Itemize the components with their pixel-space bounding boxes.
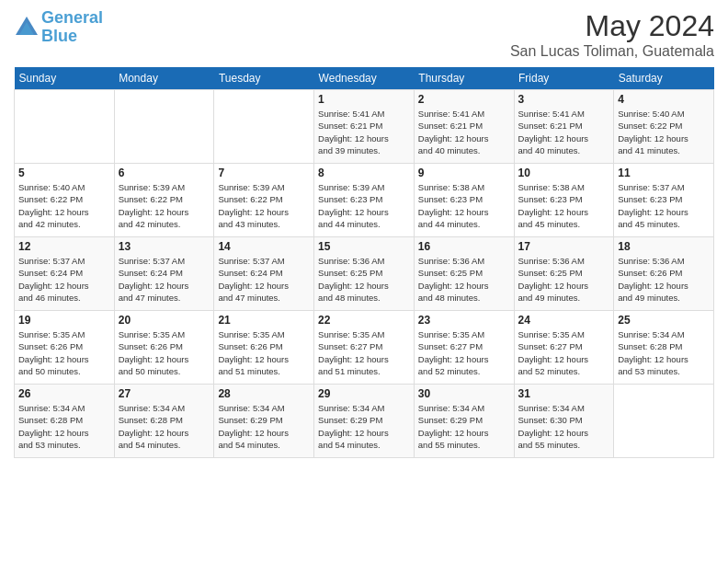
- day-detail: Sunrise: 5:35 AM Sunset: 6:26 PM Dayligh…: [119, 328, 210, 377]
- day-number: 1: [318, 93, 410, 106]
- day-header-sunday: Sunday: [15, 67, 115, 90]
- day-detail: Sunrise: 5:34 AM Sunset: 6:29 PM Dayligh…: [218, 402, 310, 451]
- day-detail: Sunrise: 5:37 AM Sunset: 6:24 PM Dayligh…: [218, 255, 310, 304]
- week-row-3: 12Sunrise: 5:37 AM Sunset: 6:24 PM Dayli…: [15, 237, 714, 311]
- calendar-cell: 29Sunrise: 5:34 AM Sunset: 6:29 PM Dayli…: [314, 385, 415, 458]
- day-number: 30: [418, 387, 510, 400]
- calendar-cell: 11Sunrise: 5:37 AM Sunset: 6:23 PM Dayli…: [614, 164, 714, 237]
- day-number: 22: [318, 314, 410, 327]
- day-number: 3: [518, 93, 610, 106]
- calendar-cell: [114, 90, 214, 164]
- day-number: 23: [418, 314, 510, 327]
- day-number: 29: [318, 387, 410, 400]
- calendar-cell: 24Sunrise: 5:35 AM Sunset: 6:27 PM Dayli…: [514, 311, 614, 385]
- day-detail: Sunrise: 5:36 AM Sunset: 6:25 PM Dayligh…: [418, 255, 510, 304]
- day-detail: Sunrise: 5:40 AM Sunset: 6:22 PM Dayligh…: [618, 108, 710, 156]
- calendar-cell: 17Sunrise: 5:36 AM Sunset: 6:25 PM Dayli…: [514, 237, 614, 311]
- day-detail: Sunrise: 5:36 AM Sunset: 6:25 PM Dayligh…: [318, 255, 410, 304]
- day-number: 11: [618, 167, 710, 179]
- calendar-cell: 31Sunrise: 5:34 AM Sunset: 6:30 PM Dayli…: [514, 385, 614, 458]
- day-detail: Sunrise: 5:38 AM Sunset: 6:23 PM Dayligh…: [418, 181, 510, 230]
- week-row-2: 5Sunrise: 5:40 AM Sunset: 6:22 PM Daylig…: [15, 164, 714, 237]
- day-number: 16: [418, 240, 510, 253]
- day-header-monday: Monday: [114, 67, 214, 90]
- logo-icon: [14, 15, 40, 40]
- day-detail: Sunrise: 5:41 AM Sunset: 6:21 PM Dayligh…: [318, 108, 410, 156]
- day-detail: Sunrise: 5:35 AM Sunset: 6:26 PM Dayligh…: [18, 328, 110, 377]
- calendar-cell: [614, 385, 714, 458]
- day-number: 18: [618, 240, 710, 253]
- calendar-cell: 21Sunrise: 5:35 AM Sunset: 6:26 PM Dayli…: [214, 311, 314, 385]
- day-detail: Sunrise: 5:41 AM Sunset: 6:21 PM Dayligh…: [418, 108, 510, 156]
- calendar-cell: 20Sunrise: 5:35 AM Sunset: 6:26 PM Dayli…: [114, 311, 214, 385]
- day-number: 10: [518, 167, 610, 179]
- day-number: 19: [18, 314, 110, 327]
- calendar-cell: 5Sunrise: 5:40 AM Sunset: 6:22 PM Daylig…: [15, 164, 115, 237]
- day-header-thursday: Thursday: [414, 67, 514, 90]
- day-detail: Sunrise: 5:37 AM Sunset: 6:24 PM Dayligh…: [18, 255, 110, 304]
- day-detail: Sunrise: 5:34 AM Sunset: 6:30 PM Dayligh…: [518, 402, 610, 451]
- calendar-cell: 2Sunrise: 5:41 AM Sunset: 6:21 PM Daylig…: [414, 90, 514, 164]
- calendar-cell: 4Sunrise: 5:40 AM Sunset: 6:22 PM Daylig…: [614, 90, 714, 164]
- calendar-cell: 13Sunrise: 5:37 AM Sunset: 6:24 PM Dayli…: [114, 237, 214, 311]
- main-title: May 2024: [510, 9, 714, 43]
- calendar-cell: 14Sunrise: 5:37 AM Sunset: 6:24 PM Dayli…: [214, 237, 314, 311]
- logo-text: GeneralBlue: [41, 9, 103, 46]
- week-row-5: 26Sunrise: 5:34 AM Sunset: 6:28 PM Dayli…: [15, 385, 714, 458]
- calendar-cell: 6Sunrise: 5:39 AM Sunset: 6:22 PM Daylig…: [114, 164, 214, 237]
- day-detail: Sunrise: 5:34 AM Sunset: 6:29 PM Dayligh…: [318, 402, 410, 451]
- calendar-cell: 25Sunrise: 5:34 AM Sunset: 6:28 PM Dayli…: [614, 311, 714, 385]
- calendar-cell: 1Sunrise: 5:41 AM Sunset: 6:21 PM Daylig…: [314, 90, 415, 164]
- page-header: GeneralBlue May 2024 San Lucas Toliman, …: [14, 9, 714, 60]
- calendar-cell: 9Sunrise: 5:38 AM Sunset: 6:23 PM Daylig…: [414, 164, 514, 237]
- day-number: 17: [518, 240, 610, 253]
- day-detail: Sunrise: 5:35 AM Sunset: 6:27 PM Dayligh…: [518, 328, 610, 377]
- calendar-table: SundayMondayTuesdayWednesdayThursdayFrid…: [14, 67, 714, 458]
- day-number: 31: [518, 387, 610, 400]
- day-number: 26: [18, 387, 110, 400]
- calendar-cell: 27Sunrise: 5:34 AM Sunset: 6:28 PM Dayli…: [114, 385, 214, 458]
- day-detail: Sunrise: 5:38 AM Sunset: 6:23 PM Dayligh…: [518, 181, 610, 230]
- day-detail: Sunrise: 5:39 AM Sunset: 6:23 PM Dayligh…: [318, 181, 410, 230]
- day-number: 13: [119, 240, 210, 253]
- day-detail: Sunrise: 5:34 AM Sunset: 6:28 PM Dayligh…: [119, 402, 210, 451]
- week-row-1: 1Sunrise: 5:41 AM Sunset: 6:21 PM Daylig…: [15, 90, 714, 164]
- day-detail: Sunrise: 5:39 AM Sunset: 6:22 PM Dayligh…: [119, 181, 210, 230]
- calendar-cell: 16Sunrise: 5:36 AM Sunset: 6:25 PM Dayli…: [414, 237, 514, 311]
- calendar-cell: 3Sunrise: 5:41 AM Sunset: 6:21 PM Daylig…: [514, 90, 614, 164]
- subtitle: San Lucas Toliman, Guatemala: [510, 43, 714, 60]
- day-header-row: SundayMondayTuesdayWednesdayThursdayFrid…: [15, 67, 714, 90]
- day-number: 21: [218, 314, 310, 327]
- calendar-cell: 10Sunrise: 5:38 AM Sunset: 6:23 PM Dayli…: [514, 164, 614, 237]
- day-detail: Sunrise: 5:34 AM Sunset: 6:29 PM Dayligh…: [418, 402, 510, 451]
- week-row-4: 19Sunrise: 5:35 AM Sunset: 6:26 PM Dayli…: [15, 311, 714, 385]
- day-detail: Sunrise: 5:35 AM Sunset: 6:26 PM Dayligh…: [218, 328, 310, 377]
- calendar-cell: 15Sunrise: 5:36 AM Sunset: 6:25 PM Dayli…: [314, 237, 415, 311]
- calendar-cell: 28Sunrise: 5:34 AM Sunset: 6:29 PM Dayli…: [214, 385, 314, 458]
- day-detail: Sunrise: 5:40 AM Sunset: 6:22 PM Dayligh…: [18, 181, 110, 230]
- day-number: 4: [618, 93, 710, 106]
- day-number: 8: [318, 167, 410, 179]
- day-number: 12: [18, 240, 110, 253]
- day-header-friday: Friday: [514, 67, 614, 90]
- day-detail: Sunrise: 5:37 AM Sunset: 6:23 PM Dayligh…: [618, 181, 710, 230]
- day-detail: Sunrise: 5:39 AM Sunset: 6:22 PM Dayligh…: [218, 181, 310, 230]
- day-number: 14: [218, 240, 310, 253]
- calendar-cell: [15, 90, 115, 164]
- day-number: 6: [119, 167, 210, 179]
- calendar-cell: 30Sunrise: 5:34 AM Sunset: 6:29 PM Dayli…: [414, 385, 514, 458]
- calendar-cell: 8Sunrise: 5:39 AM Sunset: 6:23 PM Daylig…: [314, 164, 415, 237]
- calendar-cell: 23Sunrise: 5:35 AM Sunset: 6:27 PM Dayli…: [414, 311, 514, 385]
- calendar-cell: 19Sunrise: 5:35 AM Sunset: 6:26 PM Dayli…: [15, 311, 115, 385]
- day-number: 15: [318, 240, 410, 253]
- calendar-cell: 7Sunrise: 5:39 AM Sunset: 6:22 PM Daylig…: [214, 164, 314, 237]
- day-detail: Sunrise: 5:35 AM Sunset: 6:27 PM Dayligh…: [318, 328, 410, 377]
- day-detail: Sunrise: 5:41 AM Sunset: 6:21 PM Dayligh…: [518, 108, 610, 156]
- day-detail: Sunrise: 5:37 AM Sunset: 6:24 PM Dayligh…: [119, 255, 210, 304]
- day-number: 27: [119, 387, 210, 400]
- calendar-cell: 12Sunrise: 5:37 AM Sunset: 6:24 PM Dayli…: [15, 237, 115, 311]
- day-number: 25: [618, 314, 710, 327]
- day-number: 7: [218, 167, 310, 179]
- day-number: 20: [119, 314, 210, 327]
- logo: GeneralBlue: [14, 9, 103, 46]
